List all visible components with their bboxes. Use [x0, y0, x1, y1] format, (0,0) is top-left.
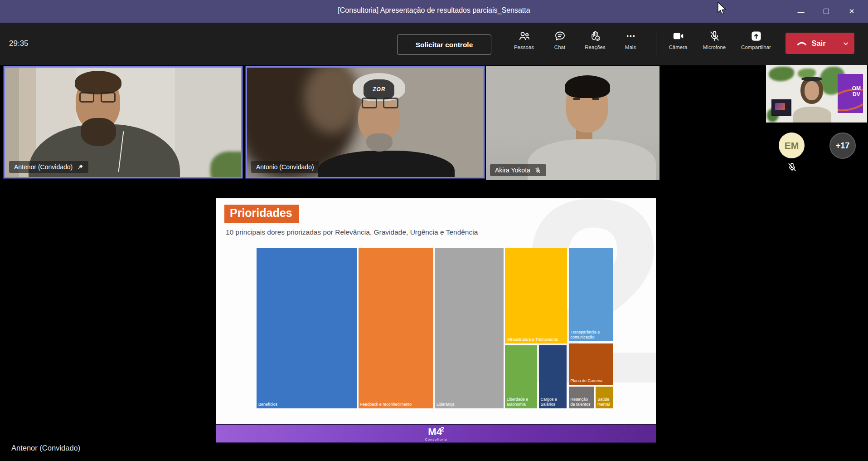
- treemap-block: Infraestrutura e Treinamento: [505, 248, 567, 343]
- mic-muted-icon: [534, 167, 541, 174]
- video-tile-small[interactable]: OM DV: [766, 65, 867, 123]
- slide-subtitle: 10 principais dores priorizadas por Rele…: [226, 228, 478, 236]
- window-title: [Consultoria] Apresentação de resultados…: [0, 6, 868, 15]
- more-button[interactable]: Mais: [613, 30, 648, 50]
- close-button[interactable]: ✕: [839, 0, 864, 23]
- poster-line2: DV: [852, 92, 861, 98]
- slide-footer-bar: M42 Consultoria: [216, 424, 656, 443]
- picture-frame: [771, 99, 791, 116]
- active-speaker-label: Antenor (Convidado): [11, 444, 80, 452]
- participant-nameplate: Akira Yokota: [490, 164, 546, 176]
- chat-icon: [554, 30, 566, 42]
- treemap: BenefíciosFeedback e reconhecimentoLider…: [257, 248, 613, 408]
- overflow-participants-badge[interactable]: +17: [829, 132, 856, 159]
- hangup-icon: [796, 38, 807, 49]
- maximize-button[interactable]: [814, 0, 839, 23]
- treemap-block-label: Cargos e Salários: [541, 397, 565, 407]
- microphone-label: Microfone: [703, 44, 726, 50]
- treemap-block: Feedback e reconhecimento: [359, 248, 433, 408]
- teams-meeting-window: [Consultoria] Apresentação de resultados…: [0, 0, 868, 461]
- more-icon: [625, 30, 637, 42]
- treemap-block: Liberdade e autonomia: [505, 345, 538, 408]
- treemap-block: Liderança: [435, 248, 504, 408]
- video-tile-antonio[interactable]: ZOR Antonio (Convidado): [246, 66, 485, 178]
- treemap-block-label: Retenção de talentos: [571, 397, 593, 407]
- m42-logo: M42: [428, 426, 444, 437]
- mouse-cursor-icon: [717, 2, 727, 18]
- m42-logo-subtext: Consultoria: [425, 437, 447, 441]
- treemap-block: Saúde mental: [596, 387, 613, 408]
- minimize-button[interactable]: —: [788, 0, 814, 23]
- slide-title: Prioridades: [224, 205, 299, 223]
- participant-name: Akira Yokota: [495, 167, 530, 174]
- participant-nameplate: Antonio (Convidado): [251, 161, 319, 173]
- meeting-toolbar: 29:35 Solicitar controle Pessoas Chat: [0, 23, 868, 65]
- share-label: Compartilhar: [741, 44, 771, 50]
- chevron-down-icon: [842, 40, 849, 47]
- treemap-block: Retenção de talentos: [569, 387, 595, 408]
- people-label: Pessoas: [514, 44, 534, 50]
- leave-label: Sair: [811, 39, 825, 48]
- pin-icon: [77, 164, 83, 171]
- participant-name: Antenor (Convidado): [14, 163, 73, 171]
- treemap-block: Cargos e Salários: [539, 345, 567, 408]
- request-control-button[interactable]: Solicitar controle: [397, 34, 491, 55]
- reactions-button[interactable]: Reações: [578, 30, 612, 50]
- camera-button[interactable]: Câmera: [661, 30, 695, 50]
- microphone-button[interactable]: Microfone: [697, 30, 732, 50]
- poster-line1: OM: [852, 86, 861, 92]
- video-tile-antenor[interactable]: Antenor (Convidado): [4, 66, 242, 178]
- cap-logo-text: ZOR: [364, 79, 394, 99]
- window-controls: — ✕: [788, 0, 864, 23]
- treemap-block: Transparência e comunicação: [569, 248, 613, 341]
- maximize-icon: [824, 9, 829, 14]
- leave-options-button[interactable]: [837, 40, 854, 47]
- shared-slide: 2 Prioridades 10 principais dores priori…: [216, 198, 656, 424]
- overflow-count: +17: [836, 141, 850, 151]
- people-icon: [518, 30, 530, 42]
- avatar-initials: EM: [785, 140, 799, 151]
- reactions-label: Reações: [585, 44, 605, 50]
- meeting-timer: 29:35: [9, 39, 29, 48]
- treemap-block-label: Benefícios: [258, 402, 356, 407]
- share-button[interactable]: Compartilhar: [739, 30, 773, 50]
- chat-button[interactable]: Chat: [543, 30, 577, 50]
- leave-main[interactable]: Sair: [786, 38, 837, 49]
- mic-muted-icon: [708, 30, 721, 42]
- treemap-block: Plano de Carreira: [569, 343, 613, 385]
- share-icon: [750, 30, 762, 42]
- people-button[interactable]: Pessoas: [507, 30, 541, 50]
- leave-button[interactable]: Sair: [786, 33, 854, 54]
- video-tile-akira[interactable]: Akira Yokota: [486, 66, 659, 180]
- treemap-block-label: Liderança: [436, 402, 502, 407]
- treemap-block-label: Infraestrutura e Treinamento: [507, 337, 566, 342]
- mic-muted-icon: [787, 162, 797, 172]
- more-label: Mais: [625, 44, 636, 50]
- plant-decor: [769, 67, 794, 81]
- treemap-block: Benefícios: [257, 248, 357, 408]
- camera-on-icon: [672, 30, 684, 42]
- camera-label: Câmera: [669, 44, 688, 50]
- participant-nameplate: Antenor (Convidado): [9, 161, 88, 173]
- chat-label: Chat: [554, 44, 565, 50]
- treemap-block-label: Transparência e comunicação: [571, 330, 611, 340]
- participant-name: Antonio (Convidado): [256, 163, 314, 171]
- sidebar-mic-muted: [787, 162, 797, 174]
- treemap-block-label: Liberdade e autonomia: [507, 397, 536, 407]
- treemap-block-label: Plano de Carreira: [571, 378, 611, 383]
- treemap-block-label: Saúde mental: [597, 397, 611, 407]
- toolbar-divider: [656, 31, 656, 56]
- omdv-poster: OM DV: [838, 74, 863, 113]
- treemap-block-label: Feedback e reconhecimento: [360, 402, 432, 407]
- reactions-icon: [589, 30, 601, 42]
- title-bar: [Consultoria] Apresentação de resultados…: [0, 0, 868, 23]
- avatar[interactable]: EM: [779, 132, 805, 158]
